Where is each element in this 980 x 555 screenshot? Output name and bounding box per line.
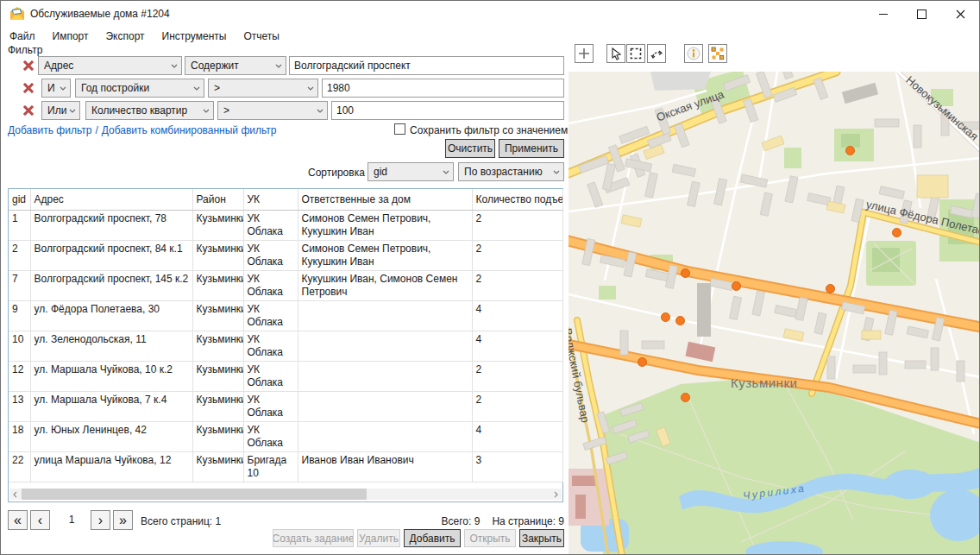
prev-page-button[interactable]: ‹ bbox=[30, 510, 50, 530]
first-page-button[interactable]: « bbox=[8, 510, 28, 530]
filter-logic-select[interactable]: И bbox=[41, 79, 71, 98]
cursor-select-button[interactable] bbox=[606, 44, 625, 63]
app-window: Обслуживаемые дома #1204 Файл Импорт Экс… bbox=[0, 0, 980, 555]
add-button[interactable]: Добавить bbox=[404, 529, 461, 547]
filter-logic-value: Или bbox=[47, 104, 66, 117]
column-header-responsible[interactable]: Ответственные за дом bbox=[298, 189, 472, 211]
table-cell: Волгоградский проспект, 78 bbox=[30, 211, 192, 241]
column-header-uk[interactable]: УК bbox=[243, 189, 298, 211]
map-point[interactable] bbox=[845, 146, 855, 155]
table-cell: ул. Фёдора Полетаева, 30 bbox=[30, 301, 192, 331]
filter-field-select[interactable]: Адрес bbox=[38, 56, 182, 75]
filter-logic-select[interactable]: Или bbox=[41, 101, 80, 120]
filter-value-input[interactable] bbox=[331, 101, 564, 120]
lasso-select-button[interactable] bbox=[647, 44, 666, 63]
menu-item-file[interactable]: Файл bbox=[9, 28, 35, 45]
table-cell: Кукушкин Иван, Симонов Семен Петрович bbox=[298, 271, 472, 301]
filter-value-input[interactable] bbox=[289, 56, 564, 75]
scroll-left-icon[interactable] bbox=[9, 489, 21, 500]
table-row[interactable]: 7Волгоградский проспект, 145 к.2Кузьминк… bbox=[9, 271, 562, 301]
map-point[interactable] bbox=[681, 268, 690, 278]
chevron-down-icon bbox=[307, 86, 314, 91]
table-cell: 7 bbox=[9, 271, 30, 301]
add-point-button[interactable] bbox=[575, 44, 594, 63]
menu-item-import[interactable]: Импорт bbox=[53, 28, 89, 45]
table-row[interactable]: 12ул. Маршала Чуйкова, 10 к.2КузьминкиУК… bbox=[9, 362, 562, 392]
window-title: Обслуживаемые дома #1204 bbox=[30, 1, 170, 28]
menu-item-reports[interactable]: Отчеты bbox=[243, 28, 279, 45]
filter-value-input[interactable] bbox=[322, 79, 564, 98]
lasso-select-icon bbox=[650, 47, 663, 60]
table-row[interactable]: 2Волгоградский проспект, 84 к.1Кузьминки… bbox=[9, 241, 562, 271]
table-row[interactable]: 18ул. Юных Ленинцев, 42КузьминкиУК Облак… bbox=[9, 422, 562, 452]
scroll-right-icon[interactable] bbox=[550, 489, 562, 500]
plus-icon bbox=[578, 47, 590, 60]
table-cell: 10 bbox=[9, 331, 30, 362]
column-header-entrances[interactable]: Количество подъе bbox=[472, 189, 562, 211]
table-cell: 1 bbox=[9, 211, 30, 241]
map-point[interactable] bbox=[675, 316, 685, 325]
column-header-district[interactable]: Район bbox=[192, 189, 243, 211]
next-page-button[interactable]: › bbox=[91, 510, 110, 530]
menu-item-export[interactable]: Экспорт bbox=[105, 28, 144, 45]
close-icon bbox=[956, 9, 965, 19]
sort-direction-select[interactable]: По возрастанию bbox=[458, 162, 564, 181]
table-cell: Кузьминки bbox=[192, 422, 243, 452]
open-button[interactable]: Открыть bbox=[464, 529, 516, 547]
menu-item-tools[interactable]: Инструменты bbox=[162, 28, 227, 45]
table-cell: Кузьминки bbox=[192, 241, 243, 271]
chevron-down-icon bbox=[60, 86, 66, 91]
map-point[interactable] bbox=[892, 228, 901, 237]
map-point[interactable] bbox=[681, 393, 690, 402]
table-row[interactable]: 9ул. Фёдора Полетаева, 30КузьминкиУК Обл… bbox=[9, 301, 562, 331]
save-filter-checkbox[interactable] bbox=[394, 123, 405, 135]
map-canvas[interactable]: Окская улица Новокузьминская улица Фёдор… bbox=[569, 72, 980, 555]
create-task-button[interactable]: Создать задание bbox=[273, 529, 354, 547]
remove-filter-icon[interactable] bbox=[22, 60, 35, 72]
filter-operator-select[interactable]: > bbox=[217, 101, 328, 120]
table-row[interactable]: 22улица Маршала Чуйкова, 12КузьминкиБриг… bbox=[9, 452, 562, 482]
map-point[interactable] bbox=[826, 284, 835, 293]
minimize-button[interactable] bbox=[864, 1, 902, 28]
apply-button[interactable]: Применить bbox=[499, 139, 564, 158]
map-panel: Окская улица Новокузьминская улица Фёдор… bbox=[569, 40, 980, 555]
column-header-gid[interactable]: gid bbox=[9, 189, 30, 211]
sort-field-select[interactable]: gid bbox=[368, 162, 454, 181]
horizontal-scrollbar[interactable] bbox=[9, 489, 562, 500]
fit-points-button[interactable] bbox=[708, 44, 727, 63]
table-row[interactable]: 10ул. Зеленодольская, 11КузьминкиУК Обла… bbox=[9, 331, 562, 362]
remove-filter-icon[interactable] bbox=[22, 82, 35, 94]
column-header-address[interactable]: Адрес bbox=[30, 189, 192, 211]
on-page-count-label: На странице: 9 bbox=[492, 515, 564, 527]
filter-operator-select[interactable]: Содержит bbox=[185, 56, 286, 75]
table-cell: УК Облака bbox=[243, 362, 298, 392]
remove-filter-icon[interactable] bbox=[22, 104, 35, 117]
last-page-button[interactable]: » bbox=[113, 510, 133, 530]
info-button[interactable] bbox=[684, 44, 703, 63]
filter-operator-select[interactable]: > bbox=[208, 79, 318, 98]
close-button[interactable] bbox=[941, 1, 980, 28]
close-record-button[interactable]: Закрыть bbox=[519, 529, 564, 547]
add-filter-link[interactable]: Добавить фильтр bbox=[8, 124, 91, 136]
add-combined-filter-link[interactable]: Добавить комбинированный фильтр bbox=[102, 124, 277, 136]
map-point[interactable] bbox=[732, 281, 741, 291]
rect-select-button[interactable] bbox=[626, 44, 645, 63]
table-row[interactable]: 13ул. Маршала Чуйкова, 7 к.4КузьминкиУК … bbox=[9, 392, 562, 422]
maximize-button[interactable] bbox=[902, 1, 941, 28]
table-cell: Бригада 10 bbox=[243, 452, 298, 482]
filter-field-select[interactable]: Количество квартир bbox=[85, 101, 214, 120]
table-cell: Симонов Семен Петрович, Кукушкин Иван bbox=[298, 211, 472, 241]
scrollbar-thumb[interactable] bbox=[22, 489, 367, 500]
map-point[interactable] bbox=[638, 357, 647, 367]
table-cell bbox=[298, 331, 472, 362]
table-row[interactable]: 1Волгоградский проспект, 78КузьминкиУК О… bbox=[9, 211, 562, 241]
filter-field-select[interactable]: Год постройки bbox=[75, 79, 204, 98]
sort-field-value: gid bbox=[374, 166, 387, 178]
table-cell: Кузьминки bbox=[192, 271, 243, 301]
filter-links: Добавить фильтр/Добавить комбинированный… bbox=[8, 124, 276, 136]
delete-button[interactable]: Удалить bbox=[357, 529, 400, 547]
chevron-down-icon bbox=[193, 86, 200, 91]
clear-button[interactable]: Очистить bbox=[445, 139, 495, 158]
table-cell: 2 bbox=[472, 271, 562, 301]
map-point[interactable] bbox=[661, 312, 670, 322]
